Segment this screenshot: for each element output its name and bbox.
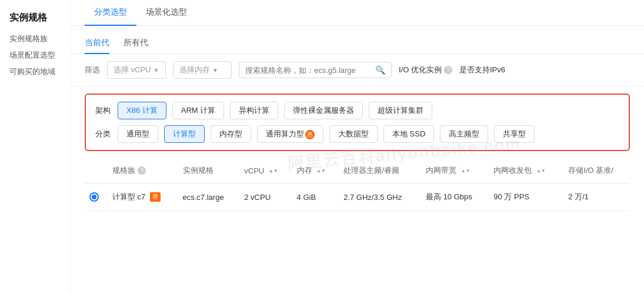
pps-sort-icon[interactable]: ▲▼ [536, 169, 546, 173]
family-badge-wrap: 计算型 c7 荐 [112, 192, 161, 202]
arch-arm[interactable]: ARM 计算 [172, 102, 225, 119]
memory-arrow-icon: ▼ [212, 67, 218, 74]
sidebar: 实例规格 实例规格族 场景配置选型 可购买的地域 [0, 0, 71, 294]
col-memory[interactable]: 内存 ▲▼ [292, 158, 339, 183]
cat-bigdata[interactable]: 大数据型 [329, 125, 378, 143]
search-box[interactable]: 🔍 [239, 62, 392, 78]
arch-super-cluster[interactable]: 超级计算集群 [369, 102, 432, 119]
cat-shared[interactable]: 共享型 [494, 125, 535, 143]
main-content: 分类选型 场景化选型 当前代 所有代 筛选 选择 vCPU ▼ 选择内存 ▼ 🔍 [71, 0, 644, 294]
row-radio[interactable] [85, 183, 108, 211]
table-row[interactable]: 计算型 c7 荐 ecs.c7.large 2 vCPU 4 GiB 2.7 G… [85, 183, 630, 211]
row-vcpu: 2 vCPU [239, 183, 292, 211]
sidebar-link-family[interactable]: 实例规格族 [9, 34, 61, 44]
ipv6-label: 是否支持IPv6 [459, 65, 505, 75]
cat-high-freq[interactable]: 高主频型 [440, 125, 488, 143]
col-freq: 处理器主频/睿频 [339, 158, 421, 183]
sidebar-link-scene[interactable]: 场景配置选型 [9, 50, 61, 61]
row-memory: 4 GiB [292, 183, 339, 211]
family-question-icon: ? [138, 166, 146, 175]
sub-tabs: 当前代 所有代 [71, 26, 644, 54]
tab-scene[interactable]: 场景化选型 [136, 0, 196, 26]
col-select [85, 158, 108, 183]
bandwidth-sort-icon[interactable]: ▲▼ [461, 169, 471, 173]
cat-local-ssd[interactable]: 本地 SSD [383, 125, 434, 143]
col-vcpu[interactable]: vCPU ▲▼ [239, 158, 292, 183]
category-row: 分类 通用型 计算型 内存型 通用算力型惠 大数据型 本地 SSD 高主频型 共… [95, 125, 619, 143]
row-pps: 90 万 PPS [489, 183, 563, 211]
table-header-row: 规格族 ? 实例规格 vCPU ▲▼ 内存 ▲▼ [85, 158, 630, 183]
search-icon: 🔍 [375, 65, 385, 75]
search-input[interactable] [245, 66, 372, 75]
subtab-all[interactable]: 所有代 [124, 33, 148, 54]
cat-memory[interactable]: 内存型 [211, 125, 251, 143]
filter-label: 筛选 [85, 65, 100, 75]
io-label: I/O 优化实例 ? [399, 65, 452, 75]
row-freq: 2.7 GHz/3.5 GHz [339, 183, 421, 211]
io-question-icon: ? [444, 66, 452, 74]
vcpu-select[interactable]: 选择 vCPU ▼ [107, 61, 166, 79]
cat-label: 分类 [95, 129, 112, 139]
arch-label: 架构 [95, 105, 112, 116]
arch-x86[interactable]: X86 计算 [118, 102, 166, 119]
memory-sort-icon[interactable]: ▲▼ [316, 169, 326, 173]
cat-general[interactable]: 通用型 [118, 125, 158, 143]
arch-bare-metal[interactable]: 弹性裸金属服务器 [284, 102, 363, 119]
memory-placeholder: 选择内存 [179, 65, 210, 75]
filter-bar: 筛选 选择 vCPU ▼ 选择内存 ▼ 🔍 I/O 优化实例 ? 是否支持IPv… [71, 54, 644, 86]
row-family: 计算型 c7 荐 [108, 183, 178, 211]
cat-compute[interactable]: 计算型 [164, 125, 205, 143]
selection-box: 架构 X86 计算 ARM 计算 异构计算 弹性裸金属服务器 超级计算集群 分类… [85, 93, 630, 151]
arch-hetero[interactable]: 异构计算 [230, 102, 278, 119]
vcpu-sort-icon[interactable]: ▲▼ [269, 169, 278, 173]
col-spec: 实例规格 [178, 158, 240, 183]
vcpu-arrow-icon: ▼ [154, 67, 159, 74]
top-tabs: 分类选型 场景化选型 [71, 0, 644, 26]
vcpu-placeholder: 选择 vCPU [114, 65, 151, 75]
radio-dot [92, 195, 96, 199]
subtab-current[interactable]: 当前代 [85, 33, 109, 54]
col-pps[interactable]: 内网收发包 ▲▼ [489, 158, 563, 183]
table-container: 规格族 ? 实例规格 vCPU ▲▼ 内存 ▲▼ [71, 158, 644, 294]
cat-general-compute[interactable]: 通用算力型惠 [257, 125, 323, 143]
sidebar-title: 实例规格 [9, 12, 61, 24]
general-compute-badge: 惠 [305, 130, 315, 139]
tab-category[interactable]: 分类选型 [85, 0, 136, 26]
col-family: 规格族 ? [108, 158, 178, 183]
memory-select[interactable]: 选择内存 ▼ [173, 61, 232, 79]
architecture-row: 架构 X86 计算 ARM 计算 异构计算 弹性裸金属服务器 超级计算集群 [95, 102, 619, 119]
col-bandwidth[interactable]: 内网带宽 ▲▼ [421, 158, 489, 183]
sidebar-link-region[interactable]: 可购买的地域 [9, 66, 61, 77]
instance-table: 规格族 ? 实例规格 vCPU ▲▼ 内存 ▲▼ [85, 158, 630, 211]
row-bandwidth: 最高 10 Gbps [421, 183, 489, 211]
row-spec: ecs.c7.large [178, 183, 240, 211]
row-storage: 2 万/1 [563, 183, 630, 211]
family-new-badge: 荐 [150, 192, 161, 202]
radio-selected[interactable] [89, 192, 99, 202]
col-storage: 存储I/O 基准/ [563, 158, 630, 183]
